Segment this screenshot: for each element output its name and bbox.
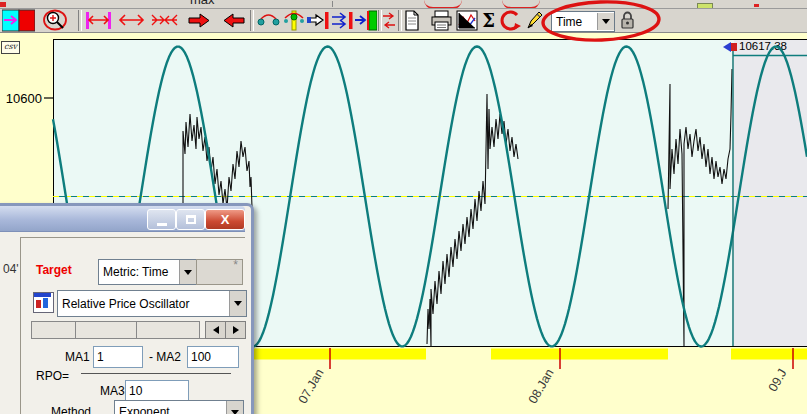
close-button[interactable]: X [205, 209, 245, 230]
left-axis-fragment: 04' [3, 262, 19, 276]
toolbar-separator [250, 10, 254, 31]
ma1-label: MA1 [65, 350, 90, 364]
future-zone [734, 40, 807, 346]
arc-dots-icon[interactable] [257, 9, 280, 32]
indicator-dialog[interactable]: X 04' Target Metric: Time * Relative Pri… [0, 203, 254, 414]
arrows-to-bar-icon[interactable] [331, 9, 354, 32]
ma2-input[interactable] [187, 346, 239, 368]
fraction-bar [81, 373, 231, 374]
method-label: Method [51, 405, 91, 414]
indicator-icon-button[interactable] [33, 292, 54, 313]
indicator-combo[interactable]: Relative Price Oscillator [57, 290, 247, 317]
ma1-input[interactable] [93, 346, 143, 368]
panel-divider [20, 237, 245, 238]
y-axis-label: 10600 [0, 91, 42, 106]
max-text-fragment: max [190, 0, 215, 7]
minimize-icon [157, 223, 167, 226]
step-left-icon[interactable] [222, 9, 245, 32]
star-button[interactable]: * [196, 259, 243, 285]
dialog-titlebar[interactable]: X [0, 206, 245, 232]
split-view-icon[interactable] [2, 9, 35, 32]
top-toolbar-fragment: max [0, 0, 807, 9]
range-bars-icon[interactable] [85, 9, 112, 32]
method-combo-value: Exponent [115, 405, 226, 414]
expand-horizontal-icon[interactable] [118, 9, 145, 32]
rpo-label: RPO= [36, 369, 69, 383]
tab-scroll-right-button[interactable] [225, 321, 246, 339]
arrow-to-green-icon[interactable] [355, 9, 377, 32]
sigma-icon[interactable]: Σ [480, 9, 497, 32]
star-button-label: * [233, 258, 238, 272]
zoom-magnifier-icon[interactable] [42, 9, 70, 32]
hand-to-bar-icon[interactable] [306, 9, 330, 32]
refresh-c-icon[interactable] [500, 9, 521, 32]
arrow-left-icon [213, 326, 219, 334]
ma3-label: MA3 [100, 384, 125, 398]
ma3-input[interactable] [125, 380, 189, 402]
indicator-combo-value: Relative Price Oscillator [58, 297, 229, 311]
time-selector-value: Time [552, 15, 597, 29]
target-label: Target [36, 263, 72, 277]
time-metric-selector[interactable]: Time [551, 11, 615, 32]
divider-fragment [332, 1, 333, 7]
minimize-button[interactable] [147, 209, 176, 230]
red-arc-fragment [502, 0, 540, 9]
toolbar-separator [78, 10, 82, 31]
chevron-down-icon[interactable] [226, 401, 243, 414]
metric-combo[interactable]: Metric: Time [98, 259, 197, 285]
document-icon[interactable] [404, 9, 420, 32]
compress-horizontal-icon[interactable] [151, 9, 178, 32]
step-right-icon[interactable] [188, 9, 211, 32]
main-toolbar: Σ Time [0, 9, 807, 33]
small-swap-arrows-icon[interactable] [382, 9, 396, 32]
parameter-tabs[interactable] [31, 321, 200, 339]
lock-icon[interactable] [619, 9, 636, 32]
tab-divider [136, 322, 137, 339]
red-fragment [0, 2, 6, 7]
csv-tab[interactable]: csv [1, 41, 20, 54]
chevron-down-icon[interactable] [597, 13, 614, 30]
maximize-button[interactable] [176, 209, 205, 230]
last-price-label: 10617.38 [739, 40, 787, 52]
metric-combo-value: Metric: Time [99, 265, 179, 279]
panel-divider [20, 237, 21, 414]
chart-icon[interactable] [456, 9, 478, 32]
red-arc-fragment [424, 0, 462, 9]
tab-scroll-left-button[interactable] [205, 321, 226, 339]
arrow-right-icon [233, 326, 239, 334]
maximize-icon [186, 215, 196, 224]
toolbar-separator [398, 10, 402, 31]
printer-icon[interactable] [430, 9, 453, 32]
close-icon: X [221, 213, 230, 226]
red-fragment [754, 4, 759, 7]
pencil-icon[interactable] [525, 9, 544, 32]
tab-divider [75, 322, 76, 339]
method-combo[interactable]: Exponent [114, 400, 244, 414]
chevron-down-icon[interactable] [179, 260, 196, 284]
ma2-label: - MA2 [149, 350, 181, 364]
pivot-icon[interactable] [283, 9, 305, 32]
chevron-down-icon[interactable] [229, 291, 246, 316]
